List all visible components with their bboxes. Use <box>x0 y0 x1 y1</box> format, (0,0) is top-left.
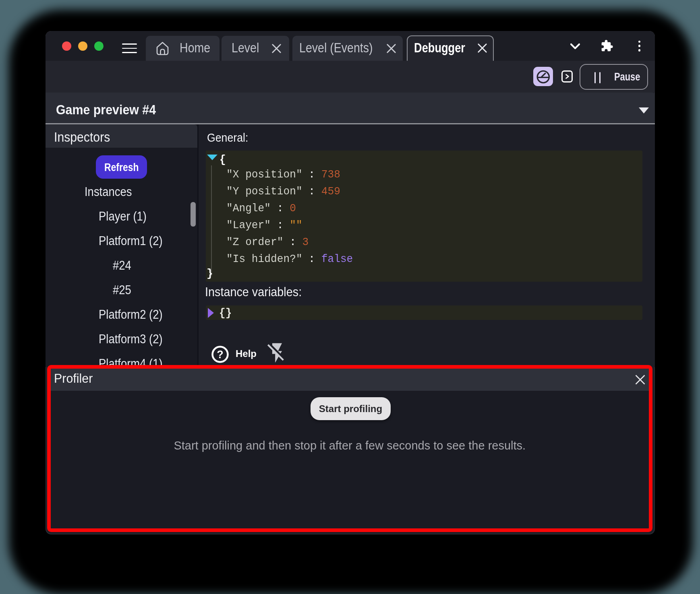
svg-text:?: ? <box>217 349 224 361</box>
